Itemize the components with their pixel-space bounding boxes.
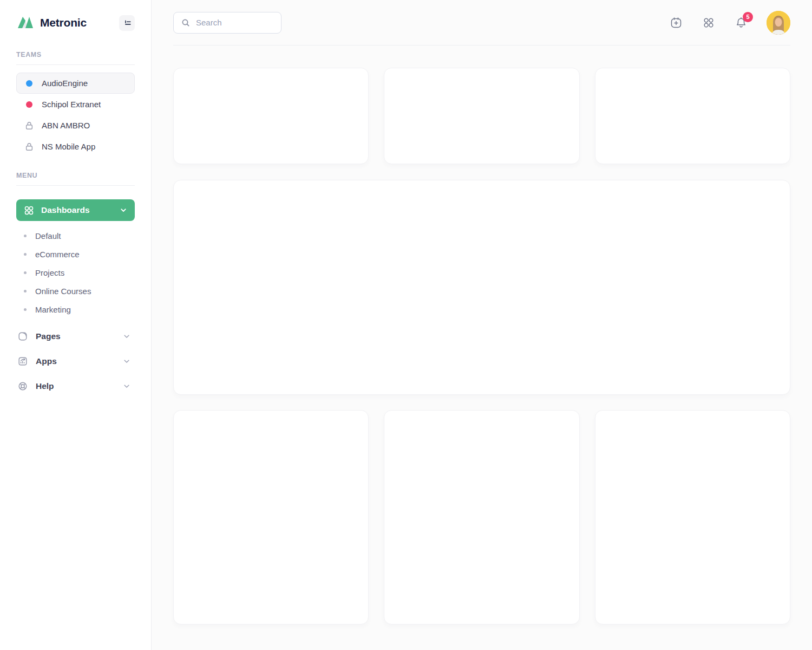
team-label: AudioEngine — [42, 79, 88, 88]
search-box[interactable] — [173, 12, 281, 34]
chevron-down-icon — [123, 382, 130, 390]
topbar: 5 — [173, 0, 790, 46]
nav-label: Pages — [36, 332, 61, 341]
placeholder-card — [173, 68, 369, 164]
cards-row-top — [173, 68, 790, 164]
chevron-down-icon — [123, 333, 130, 340]
teams-section-label: TEAMS — [16, 51, 135, 58]
topbar-actions: 5 — [669, 11, 790, 35]
search-input[interactable] — [196, 18, 274, 27]
sidebar-item-pages[interactable]: Pages — [16, 324, 135, 349]
add-new-button[interactable] — [669, 16, 683, 30]
team-item-schipol-extranet[interactable]: Schipol Extranet — [16, 94, 135, 115]
bullet-icon — [24, 308, 27, 311]
submenu-label: Online Courses — [35, 287, 91, 296]
submenu-label: Projects — [35, 268, 64, 277]
lifebuoy-icon — [17, 381, 28, 392]
divider — [16, 64, 135, 65]
apps-grid-icon — [702, 16, 716, 30]
cards-row-bottom — [173, 410, 790, 625]
submenu-item-projects[interactable]: Projects — [16, 263, 135, 282]
team-label: NS Mobile App — [42, 142, 95, 151]
dashboards-submenu: Default eCommerce Projects Online Course… — [16, 226, 135, 318]
team-color-dot — [25, 101, 34, 108]
placeholder-card — [595, 410, 790, 625]
lock-icon — [25, 142, 34, 152]
page-icon — [17, 331, 28, 342]
lock-icon — [25, 121, 34, 131]
placeholder-card — [595, 68, 790, 164]
chevron-down-icon — [123, 358, 130, 365]
sidebar: Metronic TEAMS AudioEngine Schipol Extra… — [0, 0, 152, 650]
apps-grid-button[interactable] — [702, 16, 716, 30]
submenu-label: Default — [35, 231, 61, 240]
team-label: ABN AMBRO — [42, 121, 90, 130]
bullet-icon — [24, 271, 27, 274]
logo[interactable]: Metronic — [16, 14, 87, 32]
dashboard-content — [173, 46, 790, 625]
bullet-icon — [24, 235, 27, 237]
team-item-abn-ambro[interactable]: ABN AMBRO — [16, 115, 135, 136]
notifications-button[interactable]: 5 — [734, 16, 748, 30]
submenu-item-online-courses[interactable]: Online Courses — [16, 282, 135, 300]
menu-section-label: MENU — [16, 172, 135, 179]
placeholder-card — [173, 410, 369, 625]
divider — [16, 185, 135, 186]
search-icon — [181, 18, 191, 28]
team-label: Schipol Extranet — [42, 100, 101, 109]
team-item-audioengine[interactable]: AudioEngine — [16, 73, 135, 94]
chart-icon — [17, 356, 28, 367]
user-avatar[interactable] — [767, 11, 790, 35]
bullet-icon — [24, 290, 27, 292]
submenu-item-ecommerce[interactable]: eCommerce — [16, 245, 135, 263]
grid-icon — [24, 205, 34, 216]
chevron-down-icon — [120, 206, 127, 214]
team-list: AudioEngine Schipol Extranet ABN AMBRO — [16, 73, 135, 157]
sidebar-item-help[interactable]: Help — [16, 374, 135, 399]
notification-badge: 5 — [743, 12, 753, 22]
metronic-logo-icon — [16, 14, 35, 32]
submenu-label: eCommerce — [35, 250, 80, 259]
submenu-item-default[interactable]: Default — [16, 226, 135, 245]
placeholder-card — [384, 68, 579, 164]
submenu-item-marketing[interactable]: Marketing — [16, 300, 135, 318]
team-item-ns-mobile-app[interactable]: NS Mobile App — [16, 136, 135, 157]
sidebar-item-dashboards[interactable]: Dashboards — [16, 199, 135, 221]
logo-row: Metronic — [16, 13, 135, 32]
sidebar-collapse-button[interactable] — [119, 15, 135, 31]
nav-label: Apps — [36, 356, 57, 366]
placeholder-card — [384, 410, 579, 625]
placeholder-card-wide — [173, 180, 790, 395]
bullet-icon — [24, 253, 27, 256]
submenu-label: Marketing — [35, 305, 71, 314]
team-color-dot — [25, 80, 34, 87]
app-title: Metronic — [40, 16, 87, 29]
sidebar-item-apps[interactable]: Apps — [16, 349, 135, 374]
collapse-icon — [122, 18, 132, 28]
main-area: 5 — [152, 0, 812, 650]
plus-square-icon — [669, 16, 683, 30]
nav-label: Help — [36, 381, 54, 391]
dashboards-label: Dashboards — [41, 205, 90, 215]
